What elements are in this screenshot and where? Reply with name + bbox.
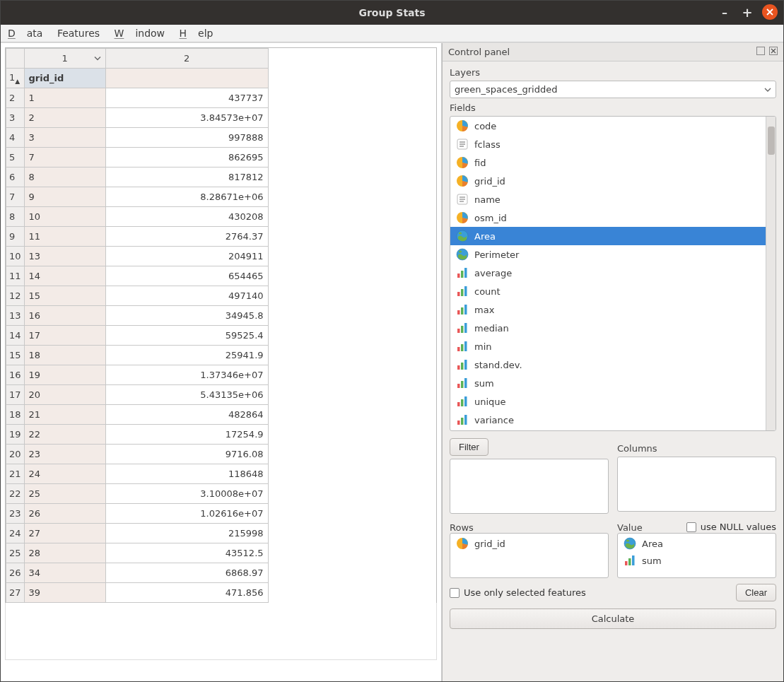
cell-value[interactable]: 215998	[105, 524, 268, 543]
row-number[interactable]: 8	[6, 207, 25, 227]
table-row[interactable]: 3 2 3.84573e+07	[6, 108, 269, 128]
table-row[interactable]: 2 1 437737	[6, 88, 269, 108]
fields-list[interactable]: codefclassfidgrid_idnameosm_idAreaPerime…	[450, 116, 776, 431]
cell-value[interactable]: 17254.9	[105, 425, 268, 445]
cell-grid-id[interactable]: 24	[24, 464, 105, 484]
rows-item[interactable]: grid_id	[452, 535, 607, 552]
row-number[interactable]: 2	[6, 88, 25, 108]
row-number[interactable]: 12	[6, 286, 25, 306]
corner-header[interactable]	[6, 49, 25, 69]
table-row[interactable]: 15 18 25941.9	[6, 346, 269, 365]
field-item-unique[interactable]: unique	[450, 392, 776, 411]
table-row[interactable]: 25 28 43512.5	[6, 543, 269, 563]
field-item-name[interactable]: name	[450, 190, 776, 208]
cell-grid-id[interactable]: 10	[24, 207, 105, 227]
cell-value[interactable]: 471.856	[105, 583, 268, 603]
row-number[interactable]: 13	[6, 306, 25, 326]
cell-grid-id[interactable]: 1	[24, 88, 105, 108]
field-item-perimeter[interactable]: Perimeter	[450, 245, 776, 264]
row-number[interactable]: 4	[6, 128, 25, 148]
row-number[interactable]: 26	[6, 563, 25, 583]
table-row[interactable]: 23 26 1.02616e+07	[6, 504, 269, 524]
cell-value[interactable]: 1.37346e+07	[105, 365, 268, 385]
table-row[interactable]: 21 24 118648	[6, 464, 269, 484]
cell-value[interactable]: 204911	[105, 247, 268, 266]
row-number[interactable]: 23	[6, 504, 25, 524]
rows-dropbox[interactable]: grid_id	[450, 533, 609, 578]
cell-value[interactable]: 1.02616e+07	[105, 504, 268, 524]
field-item-code[interactable]: code	[450, 117, 776, 135]
cell-value[interactable]: 9716.08	[105, 445, 268, 464]
field-item-variance[interactable]: variance	[450, 411, 776, 429]
field-item-osm-id[interactable]: osm_id	[450, 208, 776, 227]
table-row[interactable]: 19 22 17254.9	[6, 425, 269, 445]
field-item-average[interactable]: average	[450, 264, 776, 282]
filter-button[interactable]: Filter	[450, 438, 488, 456]
cell-grid-id[interactable]: 17	[24, 326, 105, 346]
cell-value[interactable]: 3.84573e+07	[105, 108, 268, 128]
cell-grid-id[interactable]: 39	[24, 583, 105, 603]
panel-close-icon[interactable]	[769, 47, 778, 55]
table-row[interactable]: 13 16 34945.8	[6, 306, 269, 326]
table-row[interactable]: 10 13 204911	[6, 247, 269, 266]
filter-dropbox[interactable]	[450, 459, 609, 514]
row-number[interactable]: 7	[6, 187, 25, 207]
menu-help[interactable]: Help	[180, 28, 213, 39]
scrollbar[interactable]	[766, 117, 776, 430]
results-table[interactable]: 1 2 1▲ grid_id 2 1 4377373 2 3.84573e+07…	[6, 48, 269, 603]
layers-combo[interactable]: green_spaces_gridded	[450, 81, 776, 98]
cell-grid-id[interactable]: 9	[24, 187, 105, 207]
row-header[interactable]: 1▲	[6, 69, 25, 88]
minimize-button[interactable]: –	[717, 4, 732, 20]
table-row[interactable]: 6 8 817812	[6, 167, 269, 187]
cell-value[interactable]: 8.28671e+06	[105, 187, 268, 207]
field-item-max[interactable]: max	[450, 300, 776, 319]
cell-grid-id[interactable]: 21	[24, 405, 105, 425]
menu-data[interactable]: Data	[8, 28, 42, 39]
panel-restore-icon[interactable]	[756, 47, 765, 55]
only-selected-checkbox[interactable]: Use only selected features	[450, 587, 586, 598]
close-button[interactable]	[762, 4, 778, 20]
cell-value[interactable]: 997888	[105, 128, 268, 148]
cell-grid-id[interactable]: 19	[24, 365, 105, 385]
cell-value[interactable]: 497140	[105, 286, 268, 306]
table-row[interactable]: 22 25 3.10008e+07	[6, 484, 269, 504]
row-number[interactable]: 6	[6, 167, 25, 187]
cell-value[interactable]: 43512.5	[105, 543, 268, 563]
menu-features[interactable]: Features	[57, 28, 100, 39]
row-number[interactable]: 21	[6, 464, 25, 484]
field-item-min[interactable]: min	[450, 337, 776, 355]
col-header-1[interactable]: 1	[24, 49, 105, 69]
row-number[interactable]: 15	[6, 346, 25, 365]
cell-value[interactable]: 25941.9	[105, 346, 268, 365]
cell-value[interactable]: 2764.37	[105, 227, 268, 247]
table-row[interactable]: 11 14 654465	[6, 266, 269, 286]
row-number[interactable]: 24	[6, 524, 25, 543]
field-item-fid[interactable]: fid	[450, 153, 776, 172]
row-number[interactable]: 25	[6, 543, 25, 563]
row-number[interactable]: 16	[6, 365, 25, 385]
cell-grid-id[interactable]: 15	[24, 286, 105, 306]
menu-window[interactable]: Window	[115, 28, 165, 39]
table-row[interactable]: 5 7 862695	[6, 148, 269, 167]
table-row[interactable]: 20 23 9716.08	[6, 445, 269, 464]
cell-grid-id[interactable]: 18	[24, 346, 105, 365]
table-row[interactable]: 9 11 2764.37	[6, 227, 269, 247]
use-null-checkbox[interactable]: use NULL values	[686, 522, 776, 532]
cell-value[interactable]: 3.10008e+07	[105, 484, 268, 504]
cell-grid-id[interactable]: 7	[24, 148, 105, 167]
row-number[interactable]: 14	[6, 326, 25, 346]
cell-grid-id[interactable]: 34	[24, 563, 105, 583]
cell-value[interactable]: 862695	[105, 148, 268, 167]
field-item-sum[interactable]: sum	[450, 374, 776, 392]
cell-value[interactable]: 654465	[105, 266, 268, 286]
field-item-grid-id[interactable]: grid_id	[450, 172, 776, 190]
cell-grid-id[interactable]: 22	[24, 425, 105, 445]
table-row[interactable]: 12 15 497140	[6, 286, 269, 306]
table-row[interactable]: 14 17 59525.4	[6, 326, 269, 346]
value-dropbox[interactable]: Areasum	[617, 533, 776, 578]
columns-dropbox[interactable]	[617, 457, 776, 512]
cell-grid-id[interactable]: 20	[24, 385, 105, 405]
row-number[interactable]: 17	[6, 385, 25, 405]
cell-grid-id[interactable]: 2	[24, 108, 105, 128]
